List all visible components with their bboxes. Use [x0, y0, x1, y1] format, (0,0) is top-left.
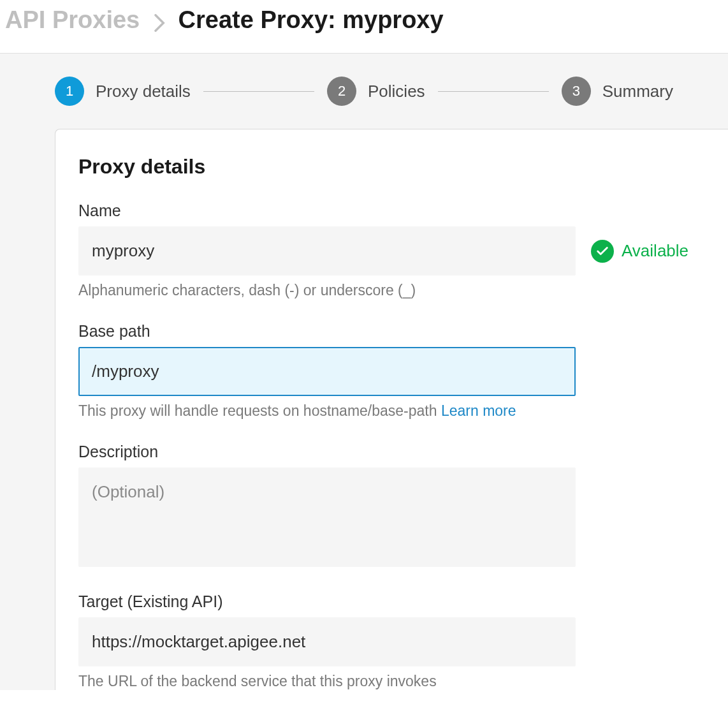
step-connector — [438, 91, 549, 92]
breadcrumb: API Proxies Create Proxy: myproxy — [0, 0, 728, 54]
step-circle-3: 3 — [562, 77, 591, 106]
learn-more-link[interactable]: Learn more — [441, 402, 516, 419]
name-helper: Alphanumeric characters, dash (-) or und… — [78, 282, 705, 299]
chevron-right-icon — [154, 11, 171, 31]
card-title: Proxy details — [78, 155, 705, 179]
description-input[interactable] — [78, 467, 576, 567]
step-proxy-details[interactable]: 1 Proxy details — [55, 77, 191, 106]
step-label-3: Summary — [602, 82, 673, 101]
basepath-helper: This proxy will handle requests on hostn… — [78, 402, 705, 420]
wizard-stepper: 1 Proxy details 2 Policies 3 Summary — [0, 54, 728, 129]
step-label-2: Policies — [368, 82, 425, 101]
step-policies[interactable]: 2 Policies — [327, 77, 425, 106]
target-helper: The URL of the backend service that this… — [78, 673, 705, 690]
step-circle-1: 1 — [55, 77, 84, 106]
availability-text: Available — [622, 241, 688, 261]
basepath-input[interactable] — [78, 347, 576, 396]
step-summary[interactable]: 3 Summary — [562, 77, 673, 106]
name-availability: Available — [591, 240, 688, 263]
step-circle-2: 2 — [327, 77, 356, 106]
breadcrumb-current: Create Proxy: myproxy — [178, 6, 444, 33]
check-circle-icon — [591, 240, 614, 263]
basepath-label: Base path — [78, 322, 705, 341]
proxy-details-card: Proxy details Name Available Alphanumeri… — [55, 129, 728, 690]
breadcrumb-parent[interactable]: API Proxies — [5, 6, 140, 33]
target-label: Target (Existing API) — [78, 592, 705, 611]
basepath-helper-text: This proxy will handle requests on hostn… — [78, 402, 441, 419]
target-input[interactable] — [78, 617, 576, 666]
step-connector — [203, 91, 314, 92]
step-label-1: Proxy details — [96, 82, 191, 101]
name-input[interactable] — [78, 226, 576, 276]
description-label: Description — [78, 443, 705, 461]
name-label: Name — [78, 202, 705, 220]
